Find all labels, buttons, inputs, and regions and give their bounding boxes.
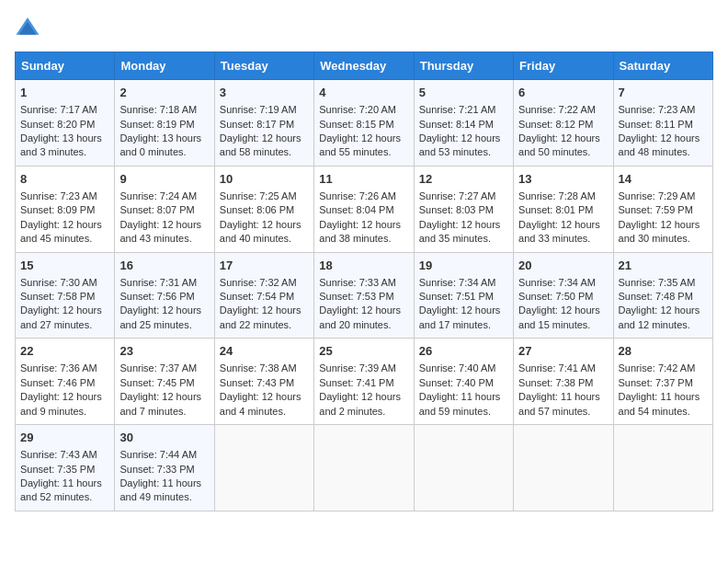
day-info-line: Sunrise: 7:30 AM — [20, 276, 109, 290]
day-number: 21 — [619, 258, 708, 274]
weekday-header-friday: Friday — [514, 52, 613, 80]
day-info-line: Daylight: 12 hours — [518, 218, 608, 232]
calendar-cell: 8Sunrise: 7:23 AMSunset: 8:09 PMDaylight… — [16, 166, 115, 252]
day-info-line: and 43 minutes. — [119, 232, 209, 246]
weekday-header-sunday: Sunday — [16, 52, 115, 80]
day-info-line: and 30 minutes. — [619, 232, 708, 246]
day-info-line: Daylight: 12 hours — [419, 304, 508, 317]
day-info-line: Sunset: 8:12 PM — [518, 118, 608, 132]
day-info-line: Sunset: 8:03 PM — [419, 203, 508, 217]
day-info-line: and 0 minutes. — [119, 145, 209, 159]
calendar-week-1: 1Sunrise: 7:17 AMSunset: 8:20 PMDaylight… — [16, 80, 713, 167]
day-number: 11 — [319, 171, 408, 188]
day-info-line: Sunrise: 7:32 AM — [220, 276, 309, 290]
day-number: 7 — [619, 85, 708, 101]
day-info-line: Daylight: 12 hours — [619, 304, 708, 317]
day-info-line: Sunset: 8:09 PM — [20, 203, 109, 217]
day-number: 30 — [119, 430, 209, 446]
calendar-cell: 15Sunrise: 7:30 AMSunset: 7:58 PMDayligh… — [16, 252, 115, 339]
day-info-line: Sunrise: 7:43 AM — [20, 448, 109, 462]
day-info-line: and 38 minutes. — [319, 232, 408, 246]
day-number: 2 — [119, 85, 209, 101]
day-info-line: Sunrise: 7:22 AM — [518, 103, 608, 117]
day-info-line: Sunset: 7:37 PM — [619, 376, 708, 390]
weekday-header-row: SundayMondayTuesdayWednesdayThursdayFrid… — [16, 52, 713, 80]
day-info-line: Sunset: 7:59 PM — [619, 203, 708, 217]
calendar-cell: 9Sunrise: 7:24 AMSunset: 8:07 PMDaylight… — [115, 166, 214, 252]
day-info-line: Sunset: 8:01 PM — [518, 203, 608, 217]
day-info-line: Sunrise: 7:36 AM — [20, 362, 109, 375]
weekday-header-monday: Monday — [115, 52, 214, 80]
day-number: 26 — [419, 343, 508, 360]
day-info-line: Sunset: 7:46 PM — [20, 376, 109, 390]
calendar-cell: 25Sunrise: 7:39 AMSunset: 7:41 PMDayligh… — [314, 339, 414, 425]
calendar-cell — [613, 425, 712, 511]
day-info-line: Daylight: 12 hours — [20, 390, 109, 404]
day-number: 24 — [220, 343, 309, 360]
day-info-line: Sunrise: 7:17 AM — [20, 103, 109, 117]
day-info-line: Sunrise: 7:35 AM — [619, 276, 708, 290]
day-info-line: Daylight: 12 hours — [220, 218, 309, 232]
day-number: 13 — [518, 171, 608, 188]
day-info-line: Daylight: 11 hours — [419, 390, 508, 404]
day-info-line: Sunrise: 7:39 AM — [319, 362, 408, 375]
day-info-line: Daylight: 12 hours — [619, 132, 708, 145]
day-info-line: Sunrise: 7:19 AM — [220, 103, 309, 117]
day-info-line: and 17 minutes. — [419, 318, 508, 332]
day-number: 15 — [20, 258, 109, 274]
day-info-line: Sunset: 8:20 PM — [20, 118, 109, 132]
day-number: 19 — [419, 258, 508, 274]
day-info-line: Sunset: 7:41 PM — [319, 376, 408, 390]
day-info-line: Daylight: 12 hours — [619, 218, 708, 232]
day-info-line: and 35 minutes. — [419, 232, 508, 246]
day-number: 16 — [119, 258, 209, 274]
day-info-line: Sunrise: 7:24 AM — [119, 190, 209, 203]
day-info-line: and 15 minutes. — [518, 318, 608, 332]
day-info-line: Sunset: 8:07 PM — [119, 203, 209, 217]
day-info-line: Sunset: 8:15 PM — [319, 118, 408, 132]
day-info-line: Sunrise: 7:40 AM — [419, 362, 508, 375]
day-number: 9 — [119, 171, 209, 188]
day-number: 6 — [518, 85, 608, 101]
day-info-line: Sunrise: 7:38 AM — [220, 362, 309, 375]
day-info-line: Daylight: 12 hours — [319, 132, 408, 145]
day-info-line: Sunrise: 7:20 AM — [319, 103, 408, 117]
calendar-cell: 26Sunrise: 7:40 AMSunset: 7:40 PMDayligh… — [414, 339, 513, 425]
day-info-line: Sunset: 7:33 PM — [119, 463, 209, 477]
calendar-header: SundayMondayTuesdayWednesdayThursdayFrid… — [16, 52, 713, 80]
calendar-cell: 24Sunrise: 7:38 AMSunset: 7:43 PMDayligh… — [214, 339, 313, 425]
day-number: 27 — [518, 343, 608, 360]
day-info-line: and 4 minutes. — [220, 405, 309, 419]
day-info-line: and 52 minutes. — [20, 490, 109, 504]
calendar-cell — [514, 425, 613, 511]
calendar-body: 1Sunrise: 7:17 AMSunset: 8:20 PMDaylight… — [16, 80, 713, 511]
day-info-line: Sunrise: 7:25 AM — [220, 190, 309, 203]
day-number: 8 — [20, 171, 109, 188]
day-number: 20 — [518, 258, 608, 274]
day-number: 29 — [20, 430, 109, 446]
calendar-cell: 27Sunrise: 7:41 AMSunset: 7:38 PMDayligh… — [514, 339, 613, 425]
day-info-line: and 49 minutes. — [119, 490, 209, 504]
day-info-line: and 22 minutes. — [220, 318, 309, 332]
day-number: 1 — [20, 85, 109, 101]
calendar-cell: 1Sunrise: 7:17 AMSunset: 8:20 PMDaylight… — [16, 80, 115, 167]
calendar-cell — [214, 425, 313, 511]
calendar-cell: 2Sunrise: 7:18 AMSunset: 8:19 PMDaylight… — [115, 80, 214, 167]
day-info-line: and 20 minutes. — [319, 318, 408, 332]
day-info-line: Sunrise: 7:37 AM — [119, 362, 209, 375]
day-number: 25 — [319, 343, 408, 360]
day-info-line: Sunrise: 7:33 AM — [319, 276, 408, 290]
day-info-line: Sunset: 8:19 PM — [119, 118, 209, 132]
day-info-line: and 53 minutes. — [419, 145, 508, 159]
logo — [15, 15, 44, 40]
day-info-line: Daylight: 12 hours — [319, 218, 408, 232]
day-info-line: Sunrise: 7:26 AM — [319, 190, 408, 203]
day-info-line: Daylight: 13 hours — [119, 132, 209, 145]
day-info-line: Sunset: 7:40 PM — [419, 376, 508, 390]
day-number: 12 — [419, 171, 508, 188]
calendar-cell: 6Sunrise: 7:22 AMSunset: 8:12 PMDaylight… — [514, 80, 613, 167]
day-info-line: Daylight: 12 hours — [419, 218, 508, 232]
weekday-header-saturday: Saturday — [613, 52, 712, 80]
day-info-line: Sunrise: 7:41 AM — [518, 362, 608, 375]
day-number: 10 — [220, 171, 309, 188]
